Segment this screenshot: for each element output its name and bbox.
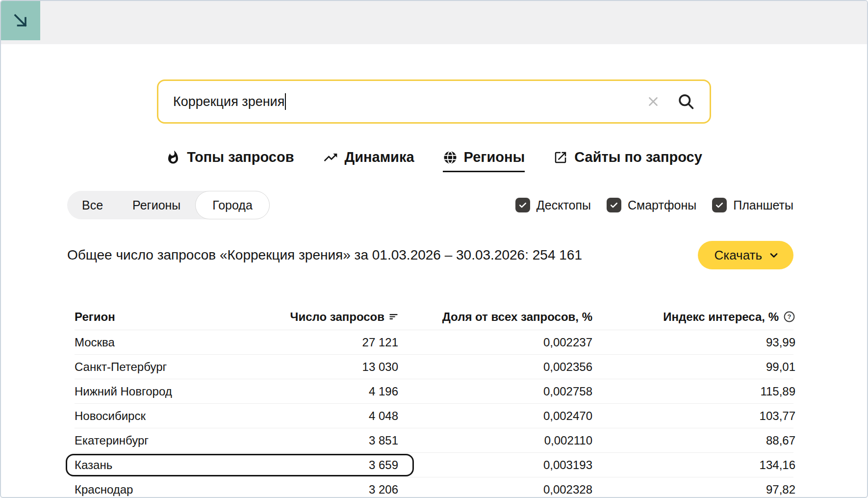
cell-share: 0,002110	[398, 434, 592, 447]
table-body: Москва27 1210,00223793,99Санкт-Петербург…	[75, 330, 793, 498]
checkbox-checked-icon[interactable]	[607, 198, 621, 212]
cell-queries: 3 206	[271, 483, 398, 497]
table-row: Краснодар3 2060,00232897,82	[75, 477, 793, 498]
flame-icon	[166, 150, 180, 165]
regions-table: Регион Число запросов Доля от всех запро…	[75, 304, 793, 498]
geo-option-regions[interactable]: Регионы	[118, 191, 195, 219]
cell-share: 0,003193	[398, 458, 592, 472]
external-link-icon	[553, 150, 568, 165]
device-label: Десктопы	[536, 198, 591, 212]
trending-up-icon	[323, 150, 338, 165]
table-header-row: Регион Число запросов Доля от всех запро…	[75, 304, 793, 330]
cell-share: 0,002237	[398, 336, 592, 349]
column-header-queries[interactable]: Число запросов	[271, 310, 398, 324]
table-row: Новосибирск4 0480,002470103,77	[75, 404, 793, 428]
cell-region: Екатеринбург	[75, 434, 271, 447]
column-header-label: Индекс интереса, %	[663, 310, 779, 324]
cell-interest: 103,77	[592, 409, 795, 423]
filter-desktops[interactable]: Десктопы	[515, 198, 591, 212]
geo-switch: Все Регионы Города	[67, 191, 270, 219]
svg-text:?: ?	[788, 313, 791, 320]
column-header-region: Регион	[75, 310, 271, 324]
sort-icon[interactable]	[389, 312, 398, 321]
tab-label: Регионы	[464, 149, 525, 165]
tab-label: Динамика	[345, 149, 414, 165]
top-bar	[1, 1, 867, 44]
table-row: Казань3 6590,003193134,16	[75, 453, 793, 477]
summary-text: Общее число запросов «Коррекция зрения» …	[67, 247, 582, 263]
cell-interest: 115,89	[592, 385, 795, 398]
chevron-down-icon	[768, 249, 780, 261]
geo-option-cities[interactable]: Города	[195, 191, 270, 219]
cell-interest: 93,99	[592, 336, 795, 349]
search-icon[interactable]	[677, 93, 695, 110]
globe-icon	[443, 150, 458, 165]
summary-row: Общее число запросов «Коррекция зрения» …	[67, 241, 793, 269]
download-label: Скачать	[715, 248, 763, 263]
cell-region: Нижний Новгород	[75, 385, 271, 398]
search-query-text: Коррекция зрения	[173, 94, 284, 109]
corner-badge	[1, 1, 40, 40]
download-button[interactable]: Скачать	[698, 241, 794, 269]
tabs: Топы запросов Динамика Регионы Сайты по …	[1, 149, 867, 172]
tab-label: Топы запросов	[187, 149, 294, 165]
filter-smartphones[interactable]: Смартфоны	[607, 198, 696, 212]
cell-region: Новосибирск	[75, 409, 271, 423]
cell-region: Казань	[75, 458, 271, 472]
filter-row: Все Регионы Города Десктопы Смартфоны	[67, 191, 793, 219]
cell-interest: 134,16	[592, 458, 795, 472]
device-filters: Десктопы Смартфоны Планшеты	[515, 198, 793, 212]
checkbox-checked-icon[interactable]	[515, 198, 530, 212]
filter-tablets[interactable]: Планшеты	[712, 198, 793, 212]
table-row: Москва27 1210,00223793,99	[75, 330, 793, 355]
cell-queries: 3 851	[271, 434, 398, 447]
cell-region: Санкт-Петербург	[75, 360, 271, 374]
cell-share: 0,002470	[398, 409, 592, 423]
column-header-interest: Индекс интереса, % ?	[592, 310, 795, 324]
column-header-share: Доля от всех запросов, %	[398, 310, 592, 324]
cell-share: 0,002356	[398, 360, 592, 374]
cell-share: 0,002758	[398, 385, 592, 398]
cell-region: Краснодар	[75, 483, 271, 497]
table-row: Екатеринбург3 8510,00211088,67	[75, 428, 793, 453]
device-label: Смартфоны	[628, 198, 696, 212]
cell-interest: 88,67	[592, 434, 795, 447]
tab-regions[interactable]: Регионы	[443, 149, 525, 172]
geo-option-all[interactable]: Все	[67, 191, 118, 219]
cell-queries: 27 121	[271, 336, 398, 349]
cell-queries: 3 659	[271, 458, 398, 472]
cell-queries: 4 048	[271, 409, 398, 423]
main-content: Коррекция зрения Топы запросов Динамика …	[1, 79, 867, 498]
tab-dynamics[interactable]: Динамика	[323, 149, 414, 172]
help-icon[interactable]: ?	[783, 311, 795, 323]
wordstat-page: { "corner": { "icon": "arrow-down-right-…	[0, 0, 868, 498]
tab-top-queries[interactable]: Топы запросов	[166, 149, 294, 172]
tab-sites-by-query[interactable]: Сайты по запросу	[553, 149, 702, 172]
clear-icon[interactable]	[646, 94, 661, 109]
cell-interest: 99,01	[592, 360, 795, 374]
column-header-label: Число запросов	[290, 310, 384, 324]
cell-interest: 97,82	[592, 483, 795, 497]
tab-label: Сайты по запросу	[574, 149, 702, 165]
checkbox-checked-icon[interactable]	[712, 198, 727, 212]
cell-queries: 13 030	[271, 360, 398, 374]
cell-queries: 4 196	[271, 385, 398, 398]
cell-share: 0,002328	[398, 483, 592, 497]
device-label: Планшеты	[733, 198, 793, 212]
arrow-down-right-icon	[10, 10, 31, 31]
table-row: Нижний Новгород4 1960,002758115,89	[75, 379, 793, 404]
cell-region: Москва	[75, 336, 271, 349]
table-row: Санкт-Петербург13 0300,00235699,01	[75, 355, 793, 379]
search-actions	[646, 93, 695, 110]
text-caret	[285, 93, 286, 110]
search-input[interactable]: Коррекция зрения	[157, 79, 711, 124]
